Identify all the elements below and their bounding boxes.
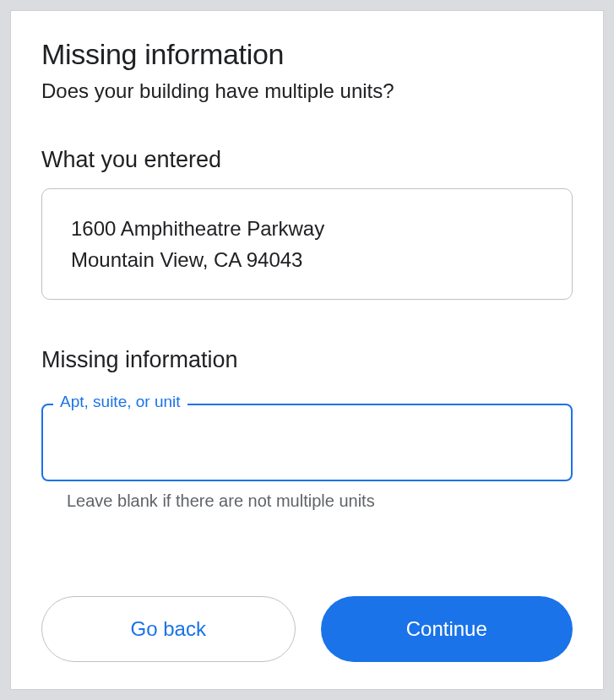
go-back-button[interactable]: Go back	[41, 596, 296, 662]
entered-heading: What you entered	[41, 147, 573, 173]
continue-button[interactable]: Continue	[321, 596, 573, 662]
missing-info-dialog: Missing information Does your building h…	[10, 10, 604, 690]
dialog-title: Missing information	[41, 38, 573, 71]
entered-address-box: 1600 Amphitheatre Parkway Mountain View,…	[41, 188, 573, 300]
dialog-subtitle: Does your building have multiple units?	[41, 79, 573, 103]
unit-helper-text: Leave blank if there are not multiple un…	[67, 491, 573, 511]
missing-heading: Missing information	[41, 347, 573, 373]
address-line-2: Mountain View, CA 94043	[71, 244, 543, 275]
unit-field-wrapper: Apt, suite, or unit	[41, 404, 573, 481]
address-line-1: 1600 Amphitheatre Parkway	[71, 213, 543, 244]
unit-input[interactable]	[41, 404, 573, 481]
button-row: Go back Continue	[41, 596, 573, 662]
unit-field-label: Apt, suite, or unit	[53, 393, 187, 411]
